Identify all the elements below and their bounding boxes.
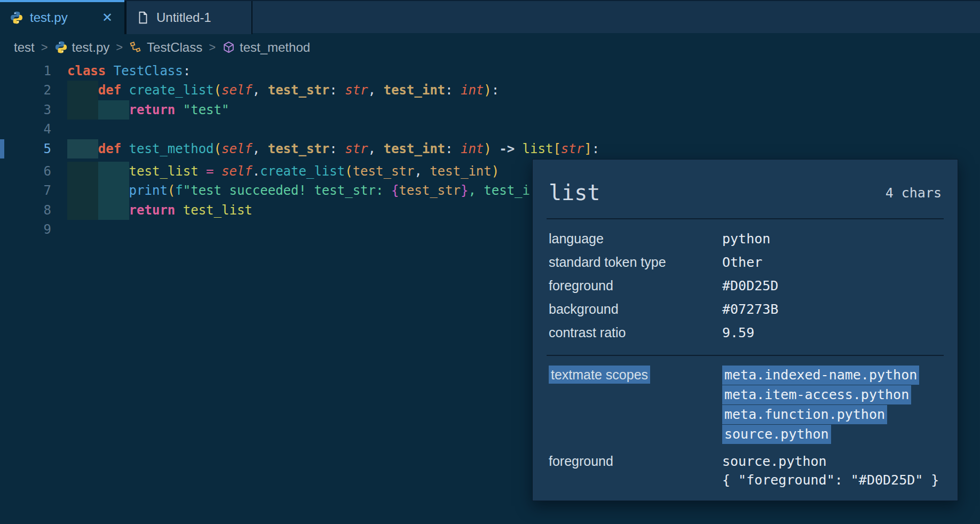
code-token: , (252, 141, 268, 156)
line-number[interactable]: 6 (0, 162, 51, 181)
python-icon (54, 41, 68, 54)
code-token: : (183, 63, 191, 78)
method-icon (222, 41, 235, 54)
code-token (492, 141, 499, 156)
code-token: : (329, 83, 345, 98)
line-number[interactable]: 8 (0, 201, 51, 220)
code-token: test_int (383, 141, 445, 156)
inspector-row-value: 9.59 (722, 325, 754, 340)
code-token: ) (484, 141, 491, 156)
textmate-scopes-label: textmate scopes (549, 366, 650, 384)
code-line-text: return "test" (67, 100, 229, 120)
breadcrumb-item-testclass[interactable]: TestClass (129, 40, 202, 55)
inspected-token: list (549, 178, 600, 208)
code-token: test_list (183, 203, 252, 218)
code-token: self (222, 164, 252, 179)
breadcrumb-item-test[interactable]: test (14, 40, 35, 55)
line-number[interactable]: 4 (0, 120, 51, 139)
code-token: , (368, 141, 384, 156)
code-line-5[interactable]: 5 def test_method(self, test_str: str, t… (0, 139, 4, 158)
python-icon (10, 11, 23, 25)
inspector-row: languagepython (549, 227, 942, 250)
code-token: self (222, 83, 252, 98)
code-token: "test" (183, 102, 230, 117)
chevron-right-icon: > (209, 41, 216, 54)
breadcrumb-item-test-py[interactable]: test.py (54, 40, 110, 55)
code-token: list (523, 141, 554, 156)
code-line-1[interactable]: 1class TestClass: (0, 61, 980, 81)
foreground-rule-section: foreground source.python { "foreground":… (549, 452, 942, 489)
code-line-text: def test_method(self, test_str: str, tes… (67, 139, 599, 158)
code-token: { (391, 183, 399, 198)
code-line-text: return test_list (67, 201, 252, 220)
close-icon[interactable]: ✕ (100, 9, 115, 26)
tab-label: test.py (30, 10, 68, 25)
inspector-row: background#07273B (549, 297, 942, 321)
line-number[interactable]: 5 (0, 139, 51, 158)
code-token: test_str (353, 164, 415, 179)
inspector-row-value: Other (722, 255, 762, 270)
code-token (67, 203, 129, 218)
code-token (67, 102, 129, 117)
code-line-4[interactable]: 4 (0, 120, 980, 139)
code-token: return (129, 203, 183, 218)
textmate-scopes-list: meta.indexed-name.pythonmeta.item-access… (722, 366, 919, 444)
code-token: def (98, 83, 129, 98)
inspector-header: list 4 chars (533, 160, 958, 208)
line-number[interactable]: 9 (0, 220, 51, 239)
tab-label: Untitled-1 (156, 10, 211, 25)
code-line-2[interactable]: 2 def create_list(self, test_str: str, t… (0, 81, 980, 100)
class-icon (129, 41, 143, 54)
textmate-scopes-section: textmate scopes meta.indexed-name.python… (549, 366, 942, 444)
code-token (67, 141, 98, 156)
tab-bar: test.py ✕ Untitled-1 (0, 0, 980, 33)
foreground-rule-setting: { "foreground": "#D0D25D" } (722, 471, 939, 489)
code-token: : (492, 83, 499, 98)
code-token: str (345, 141, 368, 156)
code-token: ( (168, 183, 175, 198)
separator (547, 355, 944, 356)
separator (547, 218, 944, 219)
tab-untitled-1[interactable]: Untitled-1 (124, 1, 252, 34)
code-token: def (98, 141, 129, 156)
foreground-rule-scope: source.python (722, 452, 939, 471)
textmate-scope: meta.function.python (722, 405, 887, 424)
code-token: : (592, 141, 599, 156)
code-token: create_list (260, 164, 345, 179)
code-token: print (129, 183, 168, 198)
code-token (214, 164, 222, 179)
code-token (515, 141, 522, 156)
code-line-text: test_list = self.create_list(test_str, t… (67, 162, 499, 181)
breadcrumb-item-test-method[interactable]: test_method (222, 40, 310, 55)
line-number[interactable]: 1 (0, 61, 51, 81)
inspector-row-label: standard token type (549, 255, 722, 270)
inspector-row-value: #D0D25D (722, 278, 778, 293)
line-number[interactable]: 7 (0, 181, 51, 200)
line-number[interactable]: 3 (0, 100, 51, 120)
code-token: ) (492, 164, 499, 179)
line-number[interactable]: 2 (0, 81, 51, 100)
code-token: [ (553, 141, 560, 156)
code-token: : (445, 83, 461, 98)
inspector-row: standard token typeOther (549, 250, 942, 274)
code-token: int (461, 141, 484, 156)
code-token: self (222, 141, 252, 156)
code-token: = (206, 164, 214, 179)
code-token: f (175, 183, 183, 198)
inspector-row-label: contrast ratio (549, 325, 722, 340)
breadcrumb: test > test.py > TestClass > test_method (0, 33, 980, 61)
tab-test-py[interactable]: test.py ✕ (0, 0, 124, 33)
file-icon (136, 11, 150, 25)
code-token: test_str (268, 83, 330, 98)
code-token: return (129, 102, 183, 117)
code-token: : (445, 141, 461, 156)
code-token (199, 164, 206, 179)
code-token: , (252, 83, 268, 98)
code-line-3[interactable]: 3 return "test" (0, 100, 980, 120)
code-token: class (67, 63, 114, 78)
code-token: test_str (268, 141, 330, 156)
code-line-text: class TestClass: (67, 61, 191, 81)
code-token (67, 83, 98, 98)
inspector-row-value: #07273B (722, 301, 778, 317)
code-token: ( (345, 164, 352, 179)
